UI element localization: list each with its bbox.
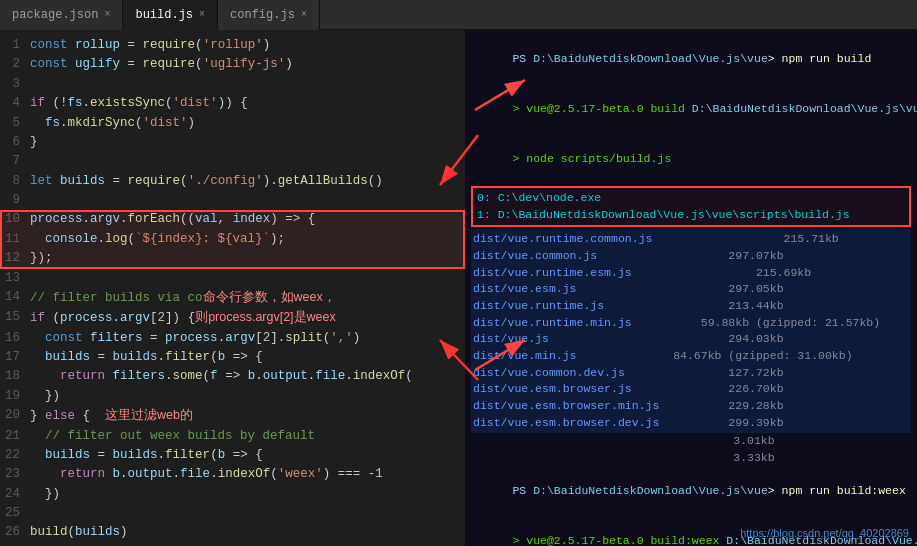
code-line-26: 26 build(builds) (0, 523, 465, 542)
code-line-22: 22 builds = builds.filter(b => { (0, 446, 465, 465)
tab-label-config: config.js (230, 8, 295, 22)
code-line-2: 2 const uglify = require('uglify-js') (0, 55, 465, 74)
terminal-sizes1: dist/vue.runtime.common.js 215.71kb dist… (471, 229, 911, 433)
ts1-3: dist/vue.runtime.esm.js 215.69kb (473, 265, 911, 282)
code-line-16: 16 const filters = process.argv[2].split… (0, 329, 465, 348)
terminal-line-header: PS D:\BaiduNetdiskDownload\Vue.js\vue> n… (471, 34, 911, 84)
tab-label-active: build.js (135, 8, 193, 22)
ts1-8: dist/vue.min.js 84.67kb (gzipped: 31.00k… (473, 348, 911, 365)
code-line-12: 12 }); (0, 249, 465, 268)
ts1-12: dist/vue.esm.browser.dev.js 299.39kb (473, 415, 911, 432)
code-line-25: 25 (0, 504, 465, 523)
tab-close-config-js[interactable]: × (301, 9, 307, 20)
tab-close-package-json[interactable]: × (104, 9, 110, 20)
terminal-prompt2: PS D:\BaiduNetdiskDownload\Vue.js\vue> n… (471, 467, 911, 517)
ts1-10: dist/vue.esm.browser.js 226.70kb (473, 381, 911, 398)
tab-build-js[interactable]: build.js × (123, 0, 218, 30)
code-line-20: 20 } else { 这里过滤web的 (0, 406, 465, 426)
code-line-4: 4 if (!fs.existsSync('dist')) { (0, 94, 465, 113)
code-line-1: 1 const rollup = require('rollup') (0, 36, 465, 55)
ts1-5: dist/vue.runtime.js 213.44kb (473, 298, 911, 315)
code-line-11: 11 console.log(`${index}: ${val}`); (0, 230, 465, 249)
code-line-18: 18 return filters.some(f => b.output.fil… (0, 367, 465, 386)
ts1-9: dist/vue.common.dev.js 127.72kb (473, 365, 911, 382)
watermark: https://blog.csdn.net/qq_40202869 (740, 526, 909, 542)
ts1-extra1: 3.01kb (471, 433, 911, 450)
main-content: 1 const rollup = require('rollup') 2 con… (0, 30, 917, 546)
tab-bar: package.json × build.js × config.js × (0, 0, 917, 30)
code-line-9: 9 (0, 191, 465, 210)
code-line-19: 19 }) (0, 387, 465, 406)
code-line-5: 5 fs.mkdirSync('dist') (0, 114, 465, 133)
terminal-vue-build-line2: > node scripts/build.js (471, 134, 911, 184)
code-line-6: 6 } (0, 133, 465, 152)
terminal-vue-build-line1: > vue@2.5.17-beta.0 build D:\BaiduNetdis… (471, 84, 911, 134)
tab-config-js[interactable]: config.js × (218, 0, 320, 30)
code-line-7: 7 (0, 152, 465, 171)
code-line-13: 13 (0, 269, 465, 288)
ts1-6: dist/vue.runtime.min.js 59.88kb (gzipped… (473, 315, 911, 332)
ts1-11: dist/vue.esm.browser.min.js 229.28kb (473, 398, 911, 415)
code-line-3: 3 (0, 75, 465, 94)
terminal-arg1-1: 1: D:\BaiduNetdiskDownload\Vue.js\vue\sc… (477, 207, 905, 224)
ts1-2: dist/vue.common.js 297.07kb (473, 248, 911, 265)
code-line-10: 10 process.argv.forEach((val, index) => … (0, 210, 465, 229)
tab-package-json[interactable]: package.json × (0, 0, 123, 30)
code-line-8: 8 let builds = require('./config').getAl… (0, 172, 465, 191)
ts1-4: dist/vue.esm.js 297.05kb (473, 281, 911, 298)
ts1-1: dist/vue.runtime.common.js 215.71kb (473, 231, 911, 248)
code-line-15: 15 if (process.argv[2]) {则process.argv[2… (0, 308, 465, 328)
ts1-7: dist/vue.js 294.03kb (473, 331, 911, 348)
terminal-argbox1: 0: C:\dev\node.exe 1: D:\BaiduNetdiskDow… (471, 186, 911, 227)
code-line-24: 24 }) (0, 485, 465, 504)
terminal-panel[interactable]: PS D:\BaiduNetdiskDownload\Vue.js\vue> n… (465, 30, 917, 546)
tab-close-build-js[interactable]: × (199, 9, 205, 20)
code-line-17: 17 builds = builds.filter(b => { (0, 348, 465, 367)
code-line-23: 23 return b.output.file.indexOf('weex') … (0, 465, 465, 484)
terminal-arg1-0: 0: C:\dev\node.exe (477, 190, 905, 207)
code-line-21: 21 // filter out weex builds by default (0, 427, 465, 446)
tab-label: package.json (12, 8, 98, 22)
code-line-14: 14 // filter builds via co命令行参数，如weex， (0, 288, 465, 308)
ts1-extra2: 3.33kb (471, 450, 911, 467)
code-panel[interactable]: 1 const rollup = require('rollup') 2 con… (0, 30, 465, 546)
